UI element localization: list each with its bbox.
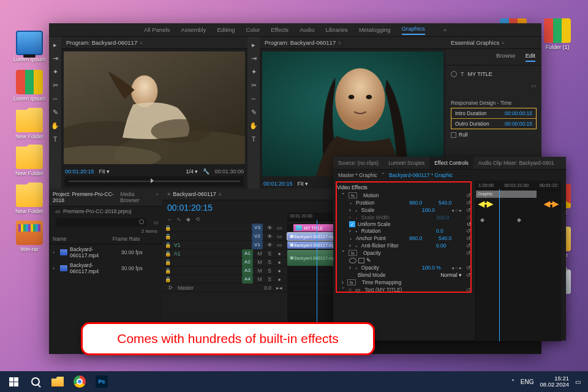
taskbar-explorer[interactable] — [47, 371, 69, 392]
playhead-line[interactable] — [499, 189, 500, 341]
quality-select[interactable]: 1/4 ▾ — [186, 168, 198, 175]
tab-audio-mixer[interactable]: Audio Clip Mixer: Backyard-0601 — [473, 157, 559, 169]
eg-tab-browse[interactable]: Browse — [496, 52, 516, 62]
media-item[interactable]: ▪Backyard-060117.mp430.00 fps — [49, 244, 162, 260]
new-layer-icon[interactable]: ▭ — [531, 83, 537, 89]
keyframe-icon[interactable] — [517, 218, 521, 222]
tab-source[interactable]: Source: (no clips) — [333, 157, 383, 169]
position-x[interactable]: 960.0 — [409, 200, 435, 206]
roll-checkbox-row[interactable]: Roll — [451, 132, 537, 138]
bin-icon[interactable]: ▭ — [154, 220, 159, 225]
checkbox-icon[interactable] — [451, 132, 456, 138]
link-icon[interactable]: ∿ — [176, 216, 181, 222]
razor-tool-icon[interactable]: ✂ — [249, 81, 258, 89]
motion-section[interactable]: Motion — [363, 192, 462, 198]
ws-tab-assembly[interactable]: Assembly — [181, 26, 206, 33]
solo-icon[interactable]: S — [266, 251, 273, 257]
flicker-value[interactable]: 0.00 — [436, 243, 462, 249]
ripple-tool-icon[interactable]: ✦ — [249, 67, 258, 76]
ws-overflow-icon[interactable]: » — [443, 26, 447, 33]
taskbar-chrome[interactable] — [69, 371, 91, 392]
hand-tool-icon[interactable]: ✋ — [51, 121, 59, 130]
scale-value[interactable]: 100.0 — [422, 207, 448, 213]
uniform-scale-checkbox[interactable]: ✓ — [349, 221, 355, 227]
viewer-1[interactable] — [64, 51, 245, 164]
marker-icon[interactable]: ◆ — [186, 216, 190, 222]
tab-effect-controls[interactable]: Effect Controls — [429, 157, 473, 169]
selection-tool-icon[interactable]: ▸ — [51, 40, 59, 49]
start-button[interactable] — [2, 371, 24, 392]
panel-menu-icon[interactable]: ≡ — [502, 40, 505, 46]
search-input[interactable] — [56, 218, 146, 227]
wrench-icon[interactable]: 🔧 — [203, 168, 209, 175]
opacity-value[interactable]: 100.0 % — [422, 265, 448, 271]
record-icon[interactable]: ● — [276, 251, 282, 257]
tray-overflow-icon[interactable]: ˄ — [511, 379, 514, 385]
ws-tab-editing[interactable]: Editing — [217, 26, 235, 33]
playhead-timecode[interactable]: 00:01:20:15 — [162, 200, 287, 215]
intro-duration-row[interactable]: Intro Duration00:00:00:15 — [451, 108, 536, 119]
media-item[interactable]: ▪Backyard-060117.mp430.00 fps — [49, 260, 162, 276]
media-browser-tab[interactable]: Media Browser — [120, 191, 149, 203]
blend-mode-select[interactable]: Normal ▾ — [440, 272, 462, 278]
ws-tab-metalogging[interactable]: Metalogging — [359, 26, 391, 33]
track-select-tool-icon[interactable]: ⇥ — [51, 54, 59, 62]
desktop-icon-folder[interactable]: New Folder — [10, 145, 49, 176]
track-v2[interactable]: V2 — [252, 232, 263, 241]
anchor-y[interactable]: 540.0 — [439, 235, 462, 241]
razor-tool-icon[interactable]: ✂ — [51, 81, 59, 89]
pen-tool-icon[interactable]: ✎ — [249, 108, 258, 116]
mute-icon[interactable]: M — [257, 251, 263, 257]
snap-icon[interactable]: ⌐ — [168, 216, 172, 222]
mask-ellipse-icon[interactable] — [349, 258, 356, 263]
notifications-icon[interactable]: ▭ — [575, 379, 581, 385]
ws-tab-audio[interactable]: Audio — [300, 26, 314, 33]
opacity-section[interactable]: Opacity — [363, 250, 462, 256]
taskbar-search[interactable] — [24, 371, 47, 392]
keyframe-area[interactable]: 1:20:0000:01:21:0000:01:22: Graphic ◀━▶ … — [475, 181, 561, 341]
slip-tool-icon[interactable]: ↔ — [249, 94, 258, 103]
track-v3[interactable]: V3 — [252, 224, 263, 232]
track-a3[interactable]: A3 — [242, 266, 253, 275]
hand-tool-icon[interactable]: ✋ — [249, 121, 258, 130]
desktop-icon-computer[interactable]: Lorem Ipsum — [10, 31, 49, 62]
track-a2[interactable]: A2 — [242, 258, 253, 266]
eye-icon[interactable]: 👁 — [266, 225, 273, 231]
ws-tab-graphics[interactable]: Graphics — [402, 25, 425, 35]
settings-icon[interactable]: ⟲ — [195, 216, 200, 222]
ws-tab-all-panels[interactable]: All Panels — [144, 26, 170, 33]
position-y[interactable]: 540.0 — [439, 200, 462, 206]
pen-tool-icon[interactable]: ✎ — [51, 108, 59, 116]
eg-tab-edit[interactable]: Edit — [526, 52, 535, 62]
type-tool-icon[interactable]: T — [249, 135, 258, 143]
desktop-icon-winrar[interactable]: Win-rar — [10, 221, 49, 252]
sequence-name[interactable]: Backyard-060117 — [173, 191, 216, 197]
mask-pen-icon[interactable]: ✎ — [366, 257, 371, 263]
ripple-tool-icon[interactable]: ✦ — [51, 67, 59, 76]
time-remapping[interactable]: Time Remapping — [362, 279, 472, 285]
taskbar-clock[interactable]: 15:21 08.02.2024 — [540, 375, 569, 388]
ws-tab-effects[interactable]: Effects — [271, 26, 288, 33]
fit-select[interactable]: Fit ▾ — [298, 181, 309, 187]
desktop-icon-binders[interactable]: Folder (1) — [538, 18, 577, 50]
rotation-value[interactable]: 0.0 — [436, 228, 462, 234]
ws-tab-color[interactable]: Color — [246, 26, 260, 33]
keyframe-icon[interactable] — [480, 218, 484, 222]
mask-rect-icon[interactable] — [358, 258, 364, 263]
taskbar-photoshop[interactable]: Ps — [91, 371, 113, 392]
fx-badge-icon[interactable]: fx — [349, 192, 357, 198]
ws-tab-libraries[interactable]: Libraries — [325, 26, 347, 33]
track-v1[interactable]: V1 — [252, 241, 263, 249]
anchor-x[interactable]: 960.0 — [409, 235, 435, 241]
tab-lumetri[interactable]: Lumetri Scopes — [383, 157, 429, 169]
track-a4[interactable]: A4 — [242, 275, 253, 284]
scrubber[interactable] — [65, 176, 244, 186]
fit-select[interactable]: Fit ▾ — [99, 168, 110, 175]
language-indicator[interactable]: ENG — [521, 379, 534, 385]
eye-icon[interactable]: 👁 — [266, 233, 273, 239]
fx-badge-icon[interactable]: fx — [349, 250, 357, 256]
project-tab[interactable]: Project: Premiere-Pro-CC-2018 — [53, 191, 114, 203]
outro-duration-row[interactable]: Outro Duration00:00:00:15 — [451, 119, 536, 129]
key-clip[interactable]: Graphic — [476, 190, 537, 198]
type-tool-icon[interactable]: T — [51, 135, 59, 143]
